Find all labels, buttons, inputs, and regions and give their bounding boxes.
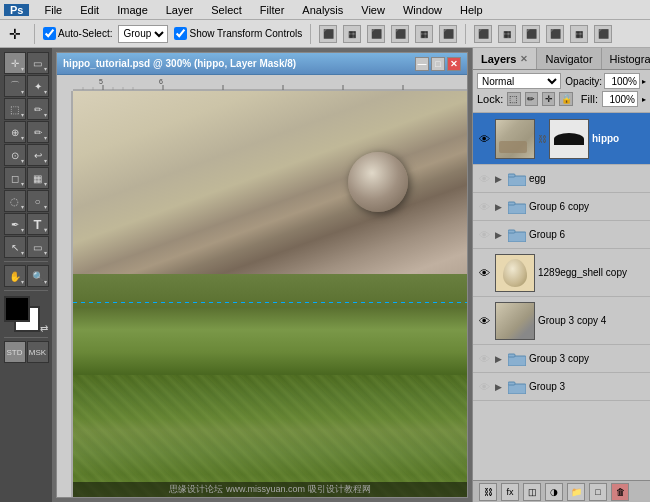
layer-eye-egg-shell[interactable]: 👁 — [476, 265, 492, 281]
shape-tool[interactable]: ▭▾ — [27, 236, 49, 258]
hand-tool[interactable]: ✋▾ — [4, 265, 26, 287]
menu-image[interactable]: Image — [114, 4, 151, 16]
layer-style-icon[interactable]: fx — [501, 483, 519, 501]
brush-tool[interactable]: ✏▾ — [27, 121, 49, 143]
layer-item-group6copy[interactable]: 👁 ▶ Group 6 copy — [473, 193, 650, 221]
menu-view[interactable]: View — [358, 4, 388, 16]
layer-item-egg-shell-copy[interactable]: 👁 1289egg_shell copy — [473, 249, 650, 297]
distribute-center-h-icon[interactable]: ▦ — [498, 25, 516, 43]
canvas-image[interactable]: 思缘设计论坛 www.missyuan.com 吸引设计教程网 — [73, 91, 467, 497]
menu-file[interactable]: File — [41, 4, 65, 16]
layer-name-egg: egg — [529, 173, 647, 184]
move-tool[interactable]: ✛▾ — [4, 52, 26, 74]
layer-expand-group3copy[interactable]: ▶ — [495, 354, 505, 364]
dodge-tool[interactable]: ○▾ — [27, 190, 49, 212]
layer-eye-group6[interactable]: 👁 — [476, 227, 492, 243]
move-tool-icon[interactable]: ✛ — [4, 25, 26, 43]
clone-tool[interactable]: ⊙▾ — [4, 144, 26, 166]
distribute-center-v-icon[interactable]: ▦ — [570, 25, 588, 43]
quick-mask-btn[interactable]: MSK — [27, 341, 49, 363]
tab-navigator[interactable]: Navigator — [537, 48, 601, 69]
heal-tool[interactable]: ⊕▾ — [4, 121, 26, 143]
layer-item-group3copy[interactable]: 👁 ▶ Group 3 copy — [473, 345, 650, 373]
layer-expand-group6[interactable]: ▶ — [495, 230, 505, 240]
layer-eye-egg[interactable]: 👁 — [476, 171, 492, 187]
new-group-icon[interactable]: 📁 — [567, 483, 585, 501]
crop-tool[interactable]: ⬚▾ — [4, 98, 26, 120]
layer-eye-group3copy[interactable]: 👁 — [476, 351, 492, 367]
fill-chevron[interactable]: ▸ — [642, 95, 646, 104]
menu-analysis[interactable]: Analysis — [299, 4, 346, 16]
lock-transparent-icon[interactable]: ⬚ — [507, 92, 520, 106]
distribute-right-icon[interactable]: ⬛ — [522, 25, 540, 43]
fill-input[interactable] — [602, 91, 638, 107]
layer-expand-group3[interactable]: ▶ — [495, 382, 505, 392]
menu-edit[interactable]: Edit — [77, 4, 102, 16]
gradient-tool[interactable]: ▦▾ — [27, 167, 49, 189]
tab-histogram[interactable]: Histogram — [602, 48, 650, 69]
align-top-icon[interactable]: ⬛ — [391, 25, 409, 43]
eraser-tool[interactable]: ◻▾ — [4, 167, 26, 189]
menu-ps[interactable]: Ps — [4, 4, 29, 16]
zoom-tool[interactable]: 🔍▾ — [27, 265, 49, 287]
select-tool[interactable]: ▭▾ — [27, 52, 49, 74]
maximize-btn[interactable]: □ — [431, 57, 445, 71]
menu-select[interactable]: Select — [208, 4, 245, 16]
swap-colors-icon[interactable]: ⇄ — [40, 323, 48, 334]
layer-eye-hippo[interactable]: 👁 — [476, 131, 492, 147]
layer-item-group3[interactable]: 👁 ▶ Group 3 — [473, 373, 650, 401]
eyedropper-tool[interactable]: ✏▾ — [27, 98, 49, 120]
new-adjustment-icon[interactable]: ◑ — [545, 483, 563, 501]
align-bottom-icon[interactable]: ⬛ — [439, 25, 457, 43]
link-layers-icon[interactable]: ⛓ — [479, 483, 497, 501]
lock-all-icon[interactable]: 🔒 — [559, 92, 572, 106]
path-tool[interactable]: ↖▾ — [4, 236, 26, 258]
menu-layer[interactable]: Layer — [163, 4, 197, 16]
menu-filter[interactable]: Filter — [257, 4, 287, 16]
canvas-titlebar: hippo_tutorial.psd @ 300% (hippo, Layer … — [57, 53, 467, 75]
history-tool[interactable]: ↩▾ — [27, 144, 49, 166]
layer-item-hippo[interactable]: 👁 ⛓ hippo — [473, 113, 650, 165]
opacity-chevron[interactable]: ▸ — [642, 77, 646, 86]
layer-expand-egg[interactable]: ▶ — [495, 174, 505, 184]
lock-position-icon[interactable]: ✛ — [542, 92, 555, 106]
layer-eye-group3[interactable]: 👁 — [476, 379, 492, 395]
align-right-icon[interactable]: ⬛ — [367, 25, 385, 43]
lock-pixels-icon[interactable]: ✏ — [525, 92, 538, 106]
standard-mode-btn[interactable]: STD — [4, 341, 26, 363]
distribute-left-icon[interactable]: ⬛ — [474, 25, 492, 43]
align-left-icon[interactable]: ⬛ — [319, 25, 337, 43]
wand-tool[interactable]: ✦▾ — [27, 75, 49, 97]
layer-item-group3copy4[interactable]: 👁 Group 3 copy 4 — [473, 297, 650, 345]
foreground-color-swatch[interactable] — [4, 296, 30, 322]
show-transform-checkbox[interactable] — [174, 27, 187, 40]
blur-tool[interactable]: ◌▾ — [4, 190, 26, 212]
align-center-v-icon[interactable]: ▦ — [415, 25, 433, 43]
auto-select-checkbox[interactable] — [43, 27, 56, 40]
auto-select-type-select[interactable]: Group Layer — [118, 25, 168, 43]
text-tool[interactable]: T▾ — [27, 213, 49, 235]
layer-eye-group6copy[interactable]: 👁 — [476, 199, 492, 215]
layer-item-egg[interactable]: 👁 ▶ egg — [473, 165, 650, 193]
close-btn[interactable]: ✕ — [447, 57, 461, 71]
menu-window[interactable]: Window — [400, 4, 445, 16]
layer-thumb-hippo — [495, 119, 535, 159]
lasso-tool[interactable]: ⌒▾ — [4, 75, 26, 97]
menu-help[interactable]: Help — [457, 4, 486, 16]
distribute-bottom-icon[interactable]: ⬛ — [594, 25, 612, 43]
blend-mode-select[interactable]: Normal Multiply Screen — [477, 73, 561, 89]
minimize-btn[interactable]: — — [415, 57, 429, 71]
add-mask-icon[interactable]: ◫ — [523, 483, 541, 501]
distribute-top-icon[interactable]: ⬛ — [546, 25, 564, 43]
layer-item-group6[interactable]: 👁 ▶ Group 6 — [473, 221, 650, 249]
layer-expand-group6copy[interactable]: ▶ — [495, 202, 505, 212]
align-center-h-icon[interactable]: ▦ — [343, 25, 361, 43]
tab-layers[interactable]: Layers ✕ — [473, 48, 537, 69]
opacity-input[interactable] — [604, 73, 640, 89]
layer-chain-hippo[interactable]: ⛓ — [538, 128, 546, 150]
delete-layer-icon[interactable]: 🗑 — [611, 483, 629, 501]
tab-layers-close[interactable]: ✕ — [520, 54, 528, 64]
layer-eye-group3copy4[interactable]: 👁 — [476, 313, 492, 329]
pen-tool[interactable]: ✒▾ — [4, 213, 26, 235]
new-layer-icon[interactable]: □ — [589, 483, 607, 501]
